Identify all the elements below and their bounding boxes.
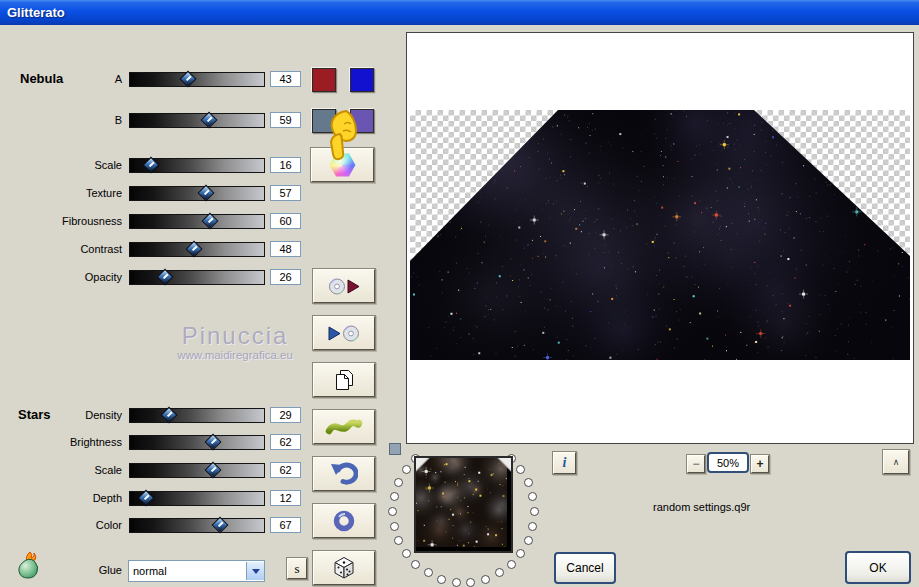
- glue-select[interactable]: normal: [128, 560, 265, 582]
- preset-name: random settings.q9r: [653, 501, 750, 513]
- nebula-b-slider[interactable]: [129, 113, 265, 128]
- transparency-checkerboard: [410, 110, 910, 360]
- stars-density-slider[interactable]: [129, 408, 265, 423]
- info-button[interactable]: i: [553, 452, 576, 474]
- thumbnail-canvas: [416, 458, 507, 547]
- slider-thumb[interactable]: [143, 156, 160, 173]
- stars-brightness-slider[interactable]: [129, 435, 265, 450]
- stars-depth-value-input[interactable]: [270, 490, 301, 506]
- nebula-b-value-input[interactable]: [270, 112, 301, 128]
- nebula-color-a-2-swatch[interactable]: [350, 68, 374, 92]
- nebula-contrast-slider[interactable]: [129, 242, 265, 257]
- memory-dot[interactable]: [516, 465, 525, 474]
- memory-dot[interactable]: [530, 507, 539, 516]
- slider-thumb[interactable]: [156, 268, 173, 285]
- nebula-fibrousness-slider[interactable]: [129, 214, 265, 229]
- nebula-scale-slider[interactable]: [129, 158, 265, 173]
- stars-color-row: Color: [0, 516, 301, 534]
- slider-thumb[interactable]: [205, 461, 222, 478]
- original-ring-button[interactable]: [313, 504, 375, 538]
- stars-color-value-input[interactable]: [270, 517, 301, 533]
- memory-dot[interactable]: [390, 522, 399, 531]
- stars-density-row: Density: [0, 406, 301, 424]
- slider-label: Texture: [0, 187, 129, 199]
- memory-dot[interactable]: [481, 575, 490, 584]
- nebula-a-slider[interactable]: [129, 72, 265, 87]
- memory-slot-square[interactable]: [389, 443, 401, 455]
- memory-dot[interactable]: [394, 536, 403, 545]
- collapse-button[interactable]: ∧: [883, 450, 909, 474]
- slider-thumb[interactable]: [160, 406, 177, 423]
- preview-pane[interactable]: [406, 32, 914, 444]
- zoom-level-value: 50%: [707, 452, 749, 473]
- memory-dot[interactable]: [437, 575, 446, 584]
- glue-wave-button[interactable]: [313, 410, 375, 444]
- nebula-scale-row: Scale: [0, 156, 301, 174]
- nebula-texture-slider[interactable]: [129, 186, 265, 201]
- memory-dot[interactable]: [528, 522, 537, 531]
- zoom-out-button[interactable]: −: [687, 455, 705, 473]
- combo-dropdown-arrow-icon[interactable]: [246, 562, 264, 580]
- memory-dot[interactable]: [495, 568, 504, 577]
- memory-dot[interactable]: [507, 560, 516, 569]
- zoom-in-button[interactable]: +: [751, 455, 769, 473]
- slider-thumb[interactable]: [201, 111, 218, 128]
- nebula-a-value-input[interactable]: [270, 71, 301, 87]
- slider-label: A: [0, 73, 129, 85]
- ok-button[interactable]: OK: [845, 551, 911, 584]
- slider-label: Depth: [0, 492, 129, 504]
- seed-thumbnail[interactable]: [414, 456, 513, 553]
- nebula-contrast-value-input[interactable]: [270, 241, 301, 257]
- slider-thumb[interactable]: [198, 184, 215, 201]
- nebula-texture-value-input[interactable]: [270, 185, 301, 201]
- random-dice-button[interactable]: [313, 551, 375, 585]
- glue-s-button[interactable]: s: [287, 558, 307, 579]
- stars-brightness-row: Brightness: [0, 433, 301, 451]
- copy-settings-button[interactable]: [313, 363, 375, 397]
- glitterato-dialog: { "window": {"title": "Glitterato"}, "ne…: [0, 0, 919, 587]
- slider-thumb[interactable]: [179, 70, 196, 87]
- stars-density-value-input[interactable]: [270, 407, 301, 423]
- memory-dot[interactable]: [528, 492, 537, 501]
- stars-scale-row: Scale: [0, 461, 301, 479]
- memory-dot[interactable]: [402, 549, 411, 558]
- memory-dot[interactable]: [466, 578, 475, 587]
- nebula-fibrousness-row: Fibrousness: [0, 212, 301, 230]
- memory-dot[interactable]: [411, 560, 420, 569]
- memory-dot[interactable]: [524, 478, 533, 487]
- undo-button[interactable]: [313, 457, 375, 491]
- stars-scale-slider[interactable]: [129, 463, 265, 478]
- flaming-pear-logo-icon: [12, 549, 46, 583]
- memory-dot[interactable]: [524, 536, 533, 545]
- memory-dot[interactable]: [424, 568, 433, 577]
- disk-save-icon: [327, 277, 361, 296]
- nebula-opacity-value-input[interactable]: [270, 269, 301, 285]
- memory-dot[interactable]: [516, 549, 525, 558]
- stars-depth-slider[interactable]: [129, 491, 265, 506]
- slider-thumb[interactable]: [202, 212, 219, 229]
- stars-scale-value-input[interactable]: [270, 462, 301, 478]
- slider-label: Opacity: [0, 271, 129, 283]
- slider-thumb[interactable]: [138, 489, 155, 506]
- stars-color-slider[interactable]: [129, 518, 265, 533]
- pointing-hand-cursor: [316, 110, 362, 164]
- nebula-a-row: A: [0, 70, 301, 88]
- memory-dot[interactable]: [402, 465, 411, 474]
- memory-dot[interactable]: [452, 578, 461, 587]
- save-settings-button[interactable]: [313, 269, 375, 303]
- title-bar[interactable]: Glitterato: [0, 0, 919, 25]
- stars-brightness-value-input[interactable]: [270, 434, 301, 450]
- cancel-button[interactable]: Cancel: [554, 552, 616, 584]
- nebula-opacity-slider[interactable]: [129, 270, 265, 285]
- nebula-color-a-1-swatch[interactable]: [312, 68, 336, 92]
- green-wave-icon: [325, 418, 363, 436]
- memory-dot[interactable]: [388, 507, 397, 516]
- nebula-scale-value-input[interactable]: [270, 157, 301, 173]
- slider-thumb[interactable]: [205, 433, 222, 450]
- nebula-fibrousness-value-input[interactable]: [270, 213, 301, 229]
- slider-thumb[interactable]: [211, 516, 228, 533]
- memory-dot[interactable]: [394, 478, 403, 487]
- slider-thumb[interactable]: [186, 240, 203, 257]
- memory-dot[interactable]: [390, 492, 399, 501]
- slider-label: Scale: [0, 159, 129, 171]
